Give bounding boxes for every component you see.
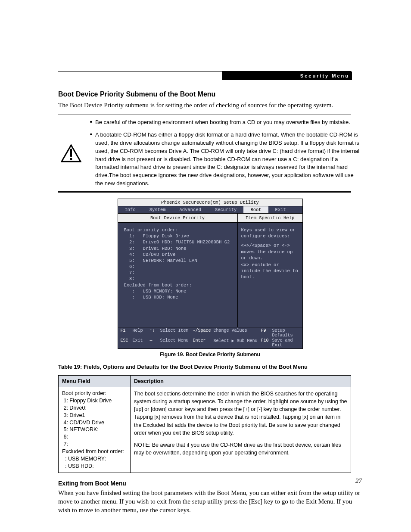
bios-left-panel: Boot priority order: 1: Floppy Disk Driv… (118, 223, 237, 327)
bios-screenshot: Phoenix SecureCore(tm) Setup Utility Inf… (118, 199, 303, 349)
subsection-heading: Exiting from Boot Menu (58, 480, 362, 487)
key-updown-label: Select Item (160, 328, 193, 338)
key-f9-label: Setup Defaults (272, 328, 300, 338)
key-f1: F1 (121, 328, 133, 338)
svg-point-2 (70, 158, 72, 160)
key-enter-label: Select ▶ Sub-Menu (214, 338, 261, 348)
bios-tab-info: Info (118, 206, 143, 213)
bios-keybar: F1 Help ↑↓ Select Item -/Space Change Va… (118, 327, 302, 348)
td-desc-main: The boot selections determine the order … (134, 391, 347, 436)
key-f10-label: Save and Exit (272, 338, 300, 348)
key-updown: ↑↓ (150, 328, 160, 338)
bios-menubar: Info System Advanced Security Boot Exit (118, 206, 302, 214)
bios-left-heading: Boot Device Priority (118, 214, 237, 223)
caution-icon (58, 144, 84, 162)
caution-bullet-2: A bootable CD-ROM has either a floppy di… (90, 131, 362, 188)
double-rule-bottom (58, 191, 351, 193)
intro-paragraph: The Boot Device Priority submenu is for … (58, 101, 362, 109)
subsection-paragraph: When you have finished setting the boot … (58, 488, 362, 515)
key-f9: F9 (261, 328, 272, 338)
bios-title: Phoenix SecureCore(tm) Setup Utility (118, 199, 302, 206)
bios-tab-exit: Exit (268, 206, 293, 213)
key-leftright-label: Select Menu (160, 338, 193, 348)
header-tab-security: Security Menu (222, 72, 352, 80)
td-menu-field: Boot priority order: 1: Floppy Disk Driv… (59, 387, 131, 473)
key-leftright: ↔ (150, 338, 160, 348)
caution-bullet-1: Be careful of the operating environment … (90, 118, 362, 127)
bios-right-panel: Keys used to view or configure devices:<… (238, 223, 302, 327)
section-heading: Boot Device Priority Submenu of the Boot… (58, 90, 362, 98)
fields-table: Menu Field Description Boot priority ord… (58, 375, 351, 473)
key-esc: ESC (121, 338, 133, 348)
th-menu-field: Menu Field (59, 376, 131, 387)
figure-caption: Figure 19. Boot Device Priority Submenu (58, 352, 362, 358)
bios-tab-boot: Boot (243, 206, 268, 213)
key-esc-label: Exit (133, 338, 150, 348)
td-desc-note: NOTE: Be aware that if you use the CD-RO… (134, 441, 347, 457)
table-caption: Table 19: Fields, Options and Defaults f… (58, 364, 362, 370)
key-enter: Enter (193, 338, 214, 348)
caution-notice: Be careful of the operating environment … (58, 118, 362, 188)
bios-right-heading: Item Specific Help (238, 214, 302, 223)
double-rule-top (58, 114, 351, 115)
key-plusminus-label: Change Values (214, 328, 261, 338)
th-description: Description (131, 376, 351, 387)
key-plusminus: -/Space (193, 328, 214, 338)
bios-tab-system: System (143, 206, 173, 213)
key-f10: F10 (261, 338, 272, 348)
td-description: The boot selections determine the order … (131, 387, 351, 473)
bios-tab-security: Security (208, 206, 243, 213)
page-number: 27 (355, 477, 362, 485)
bios-tab-advanced: Advanced (173, 206, 208, 213)
key-f1-label: Help (133, 328, 150, 338)
